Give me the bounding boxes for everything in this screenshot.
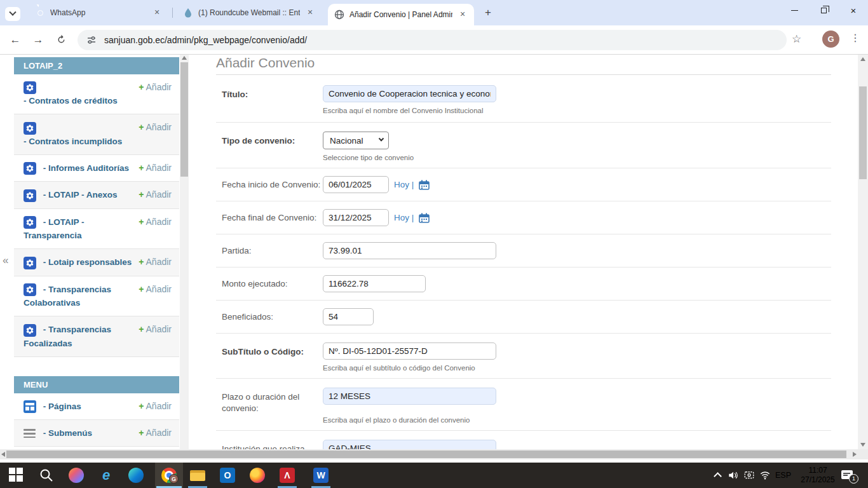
sidebar-item-paginas[interactable]: + Añadir - Páginas xyxy=(14,393,179,420)
word-button[interactable]: W xyxy=(313,468,329,483)
sidebar-item-contratos-creditos[interactable]: + Añadir - Contratos de créditos xyxy=(14,74,179,114)
sidebar-item-transparencias-colaborativas[interactable]: + Añadir - Transparencias Colaborativas xyxy=(14,276,179,316)
field-control: Escriba aquí el nombre del Convenio Inst… xyxy=(323,85,831,114)
close-tab-icon[interactable]: × xyxy=(458,10,468,20)
address-bar[interactable]: sanjuan.gob.ec/admin/pkg_webpage/conveni… xyxy=(78,30,787,50)
tab-roundcube[interactable]: (1) Roundcube Webmail :: Entra × xyxy=(177,0,322,25)
sidebar-item-lotaip-transparencia[interactable]: + Añadir - LOTAIP - Transparencia xyxy=(14,209,179,249)
titulo-input[interactable] xyxy=(323,85,496,102)
windows-icon xyxy=(9,468,24,482)
plus-icon: + xyxy=(139,257,144,267)
close-window-button[interactable]: × xyxy=(839,0,868,20)
subtitulo-input[interactable] xyxy=(323,342,496,360)
outlook-button[interactable]: O xyxy=(220,468,235,483)
add-link[interactable]: + Añadir xyxy=(139,81,172,94)
add-link[interactable]: + Añadir xyxy=(139,400,172,413)
calendar-icon[interactable] xyxy=(419,213,430,223)
sidebar-item-lotaip-anexos[interactable]: + Añadir - LOTAIP - Anexos xyxy=(14,182,179,208)
scroll-right-arrow[interactable] xyxy=(853,452,857,457)
tab-whatsapp[interactable]: WhatsApp × xyxy=(29,0,168,25)
beneficiados-input[interactable] xyxy=(323,308,374,325)
close-tab-icon[interactable]: × xyxy=(305,8,315,18)
connect-display-icon[interactable] xyxy=(743,470,755,484)
browser-menu-icon[interactable]: ⋮ xyxy=(850,32,860,44)
language-indicator[interactable]: ESP xyxy=(775,471,791,480)
tray-chevron-up-icon[interactable] xyxy=(714,472,722,480)
fecha-inicio-input[interactable] xyxy=(323,176,389,193)
form-row-partida: Partida: xyxy=(216,234,831,268)
scrollbar-thumb[interactable] xyxy=(180,62,188,177)
url-text[interactable]: sanjuan.gob.ec/admin/pkg_webpage/conveni… xyxy=(104,35,307,45)
sidebar-item-informes-auditorias[interactable]: + Añadir - Informes Auditorías xyxy=(14,155,179,182)
minimize-icon xyxy=(791,10,798,11)
gear-icon xyxy=(24,122,36,135)
plus-icon: + xyxy=(139,217,144,227)
plazo-input[interactable] xyxy=(323,388,496,405)
clock-time: 11:07 xyxy=(798,466,837,475)
site-settings-icon[interactable] xyxy=(86,35,97,45)
sidebar-collapse-chevron[interactable]: « xyxy=(3,254,8,267)
tab-anadir-convenio[interactable]: Añadir Convenio | Panel Admini × xyxy=(328,4,474,25)
back-button[interactable]: ← xyxy=(8,32,23,48)
pages-icon xyxy=(24,400,36,413)
add-link[interactable]: + Añadir xyxy=(139,215,172,229)
forward-button[interactable]: → xyxy=(31,32,46,48)
new-tab-button[interactable]: + xyxy=(480,5,496,20)
form-row-fecha-final: Fecha final de Convenio: Hoy | xyxy=(216,201,831,234)
search-button[interactable] xyxy=(39,468,54,483)
sidebar-item-transparencias-focalizadas[interactable]: + Añadir - Transparencias Focalizadas xyxy=(14,316,179,356)
add-link[interactable]: + Añadir xyxy=(139,255,172,269)
taskbar-clock[interactable]: 11:07 27/1/2025 xyxy=(798,466,837,485)
horizontal-scrollbar[interactable] xyxy=(0,449,868,459)
sidebar-item-contratos-incumplidos[interactable]: + Añadir - Contratos incumplidos xyxy=(14,114,179,154)
search-icon xyxy=(39,468,54,483)
bookmark-star-icon[interactable]: ☆ xyxy=(792,32,801,46)
copilot-button[interactable] xyxy=(69,468,84,483)
gear-icon xyxy=(24,189,36,202)
hoy-link[interactable]: Hoy | xyxy=(394,213,414,222)
chrome-active-highlight[interactable]: G xyxy=(155,463,183,488)
profile-avatar[interactable]: G xyxy=(822,30,839,48)
add-link[interactable]: + Añadir xyxy=(139,323,172,336)
form-row-subtitulo: SubTítulo o Código: Escriba aquí el subt… xyxy=(216,334,831,379)
partida-input[interactable] xyxy=(323,242,496,259)
sidebar-item-lotaip-responsables[interactable]: + Añadir - Lotaip responsables xyxy=(14,249,179,276)
close-tab-icon[interactable]: × xyxy=(152,8,162,18)
tipo-convenio-select[interactable]: Nacional xyxy=(323,132,389,149)
add-link[interactable]: + Añadir xyxy=(139,161,172,175)
reload-button[interactable] xyxy=(53,32,69,48)
volume-icon[interactable] xyxy=(728,470,739,484)
word-icon: W xyxy=(313,468,329,483)
add-link[interactable]: + Añadir xyxy=(139,426,172,440)
monto-ejecutado-input[interactable] xyxy=(323,275,426,292)
hoy-link[interactable]: Hoy | xyxy=(394,180,414,189)
tab-separator xyxy=(172,8,173,18)
file-explorer-button[interactable] xyxy=(190,468,205,483)
wifi-icon[interactable] xyxy=(759,470,771,484)
edge-button[interactable] xyxy=(128,468,144,483)
add-link[interactable]: + Añadir xyxy=(139,188,172,201)
fecha-final-input[interactable] xyxy=(323,209,389,226)
scroll-down-arrow[interactable] xyxy=(860,443,865,447)
sidebar-scrollbar[interactable] xyxy=(180,55,189,449)
acrobat-button[interactable]: Λ xyxy=(280,468,295,483)
tab-search-button[interactable] xyxy=(5,7,20,21)
start-button[interactable] xyxy=(9,468,24,483)
add-link[interactable]: + Añadir xyxy=(139,121,172,134)
scrollbar-thumb[interactable] xyxy=(859,86,867,179)
tab-label: Añadir Convenio | Panel Admini xyxy=(349,10,452,19)
copilot-icon xyxy=(69,468,84,483)
internet-explorer-button[interactable]: e xyxy=(98,468,114,483)
sidebar-item-submenus[interactable]: + Añadir - Submenús xyxy=(14,420,179,447)
maximize-button[interactable] xyxy=(809,0,838,20)
vertical-scrollbar[interactable] xyxy=(858,55,868,449)
minimize-button[interactable] xyxy=(780,0,809,20)
add-link[interactable]: + Añadir xyxy=(139,283,172,296)
scroll-left-arrow[interactable] xyxy=(1,452,5,457)
calendar-icon[interactable] xyxy=(419,180,430,190)
gear-icon xyxy=(24,283,36,296)
firefox-button[interactable] xyxy=(250,468,265,483)
scroll-up-arrow[interactable] xyxy=(182,56,187,60)
scroll-up-arrow[interactable] xyxy=(860,57,865,61)
scrollbar-thumb[interactable] xyxy=(6,451,846,458)
